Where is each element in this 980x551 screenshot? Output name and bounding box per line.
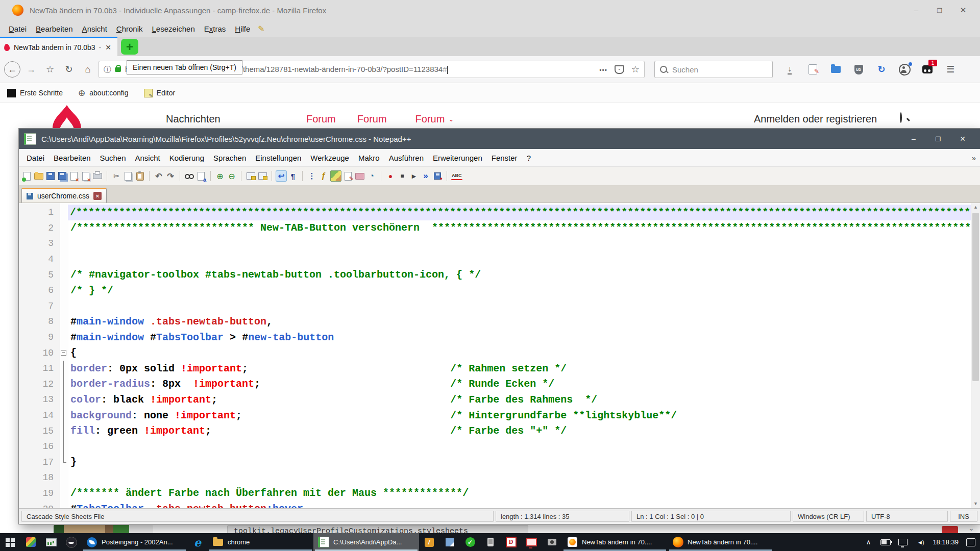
npp-menu-datei[interactable]: Datei [22, 151, 49, 165]
scroll-up-icon[interactable] [971, 203, 980, 212]
code-line[interactable]: 19/******* ändert Farbe nach Überfahren … [19, 486, 971, 502]
minimize-button[interactable] [904, 6, 928, 15]
tray-keepass[interactable] [419, 533, 439, 551]
menu-extras[interactable]: Extras [200, 22, 231, 35]
npp-menu-ansicht[interactable]: Ansicht [130, 151, 164, 165]
code-line[interactable]: 20#TabsToolbar .tabs-newtab-button:hover [19, 501, 971, 508]
document-tab-close-icon[interactable] [93, 192, 102, 200]
download-icon[interactable] [783, 63, 796, 76]
fold-marker[interactable] [60, 345, 68, 361]
nav-forum[interactable]: ForumForumForum [306, 113, 454, 125]
code-text[interactable]: border: 0px solid !important; /* Rahmen … [68, 361, 971, 377]
code-text[interactable]: /* #navigator-toolbox #tabs-newtab-butto… [68, 267, 971, 283]
npp-menu-ausführen[interactable]: Ausführen [384, 151, 428, 165]
reload-icon[interactable]: ↻ [61, 61, 77, 78]
speaker-icon[interactable] [914, 536, 926, 548]
tray-antivirus[interactable] [460, 533, 480, 551]
cut-icon[interactable] [111, 171, 121, 181]
redo-icon[interactable] [165, 171, 176, 181]
browser-tab[interactable]: NewTab ändern in 70.0b3 - [0, 37, 117, 56]
macro-play-icon[interactable] [409, 171, 419, 181]
app-edge[interactable] [187, 533, 208, 551]
editor-scrollbar[interactable] [971, 203, 980, 508]
login-link[interactable]: Anmelden oder registrieren [754, 113, 877, 125]
npp-menu-bearbeiten[interactable]: Bearbeiten [49, 151, 95, 165]
macro-stop-icon[interactable] [397, 171, 407, 181]
code-line[interactable]: 5/* #navigator-toolbox #tabs-newtab-butt… [19, 267, 971, 283]
code-text[interactable]: { [68, 345, 971, 361]
spell-check-icon[interactable]: ABC [451, 172, 462, 180]
code-text[interactable]: #main-window .tabs-newtab-button, [68, 314, 971, 330]
menu-ansicht[interactable]: Ansicht [78, 22, 112, 35]
monitoring-icon[interactable] [366, 171, 377, 181]
npp-minimize-button[interactable] [901, 135, 926, 143]
folder-icon[interactable] [829, 63, 842, 76]
tray-app-d[interactable] [501, 533, 521, 551]
sync-icon[interactable] [875, 63, 888, 76]
app-dark-circle[interactable] [61, 533, 82, 551]
app-system-monitor[interactable] [41, 533, 61, 551]
npp-maximize-button[interactable] [926, 135, 950, 143]
search-box[interactable]: Suchen [654, 61, 773, 78]
macro-save-icon[interactable] [432, 171, 443, 181]
bookmark-item[interactable]: Editor [144, 89, 176, 97]
code-text[interactable]: /* } */ [68, 283, 971, 298]
npp-menu-sprachen[interactable]: Sprachen [209, 151, 251, 165]
code-line[interactable]: 17} [19, 455, 971, 470]
code-line[interactable]: 7 [19, 298, 971, 314]
tab-close-icon[interactable] [103, 42, 113, 53]
firefox-window-2[interactable]: NewTab ändern in 70.... [668, 533, 773, 551]
notepadpp-window[interactable]: C:\Users\Andi\AppDa... [313, 533, 419, 551]
tray-camera[interactable] [542, 533, 562, 551]
code-text[interactable] [68, 298, 971, 314]
code-line[interactable]: 15fill: green !important; /* Farbe des "… [19, 423, 971, 439]
menu-chronik[interactable]: Chronik [112, 22, 148, 35]
code-editor[interactable]: 1/**************************************… [19, 203, 980, 508]
npp-menu-kodierung[interactable]: Kodierung [165, 151, 209, 165]
scroll-down-icon[interactable] [971, 499, 980, 508]
close-all-icon[interactable] [81, 171, 91, 181]
new-tab-button[interactable]: + [121, 39, 138, 55]
code-line[interactable]: 9#main-window #TabsToolbar > #new-tab-bu… [19, 330, 971, 345]
start-button[interactable] [0, 533, 20, 551]
page-actions-icon[interactable] [599, 65, 607, 74]
maximize-button[interactable] [928, 6, 951, 15]
menu-overflow-icon[interactable]: » [972, 154, 976, 162]
code-line[interactable]: 18 [19, 470, 971, 486]
zoom-out-icon[interactable] [227, 171, 237, 181]
action-center-icon[interactable] [966, 538, 975, 546]
menu-lesezeichen[interactable]: Lesezeichen [148, 22, 200, 35]
macro-run-multiple-icon[interactable] [421, 171, 431, 181]
bookmark-item[interactable]: about:config [78, 88, 129, 98]
menu-bearbeiten[interactable]: Bearbeiten [31, 22, 78, 35]
forward-icon[interactable]: → [23, 61, 39, 78]
replace-icon[interactable] [196, 171, 206, 181]
folder-as-workspace-icon[interactable] [355, 171, 365, 181]
tray-expand[interactable] [862, 536, 874, 548]
undo-icon[interactable] [154, 171, 164, 181]
save-all-icon[interactable] [57, 171, 67, 181]
scroll-chevron-icon[interactable] [968, 524, 974, 532]
star-icon[interactable] [631, 64, 640, 75]
back-icon[interactable]: ← [4, 61, 20, 78]
code-text[interactable]: fill: green !important; /* Farbe des "+"… [68, 423, 971, 439]
code-text[interactable]: /******* ändert Farbe nach Überfahren mi… [68, 486, 971, 502]
code-line[interactable]: 13color: black !important; /* Farbe des … [19, 392, 971, 408]
https-lock-icon[interactable] [115, 67, 121, 72]
code-text[interactable]: /***************************************… [68, 205, 971, 220]
scrollbar-thumb[interactable] [972, 213, 979, 381]
bookmark-item[interactable]: Erste Schritte [7, 89, 63, 97]
document-switcher-icon[interactable] [343, 171, 353, 181]
code-text[interactable] [68, 439, 971, 455]
code-text[interactable] [68, 252, 971, 267]
close-file-icon[interactable] [69, 171, 79, 181]
new-file-icon[interactable] [22, 171, 32, 181]
code-text[interactable]: background: none !important; /* Hintergr… [68, 408, 971, 423]
code-text[interactable]: #main-window #TabsToolbar > #new-tab-but… [68, 330, 971, 345]
npp-menu-help[interactable]: ? [522, 151, 535, 165]
account-icon[interactable] [898, 63, 911, 76]
npp-close-button[interactable] [950, 135, 975, 143]
close-button[interactable] [951, 6, 975, 15]
macro-record-icon[interactable] [385, 171, 396, 181]
display-icon[interactable] [897, 536, 909, 548]
